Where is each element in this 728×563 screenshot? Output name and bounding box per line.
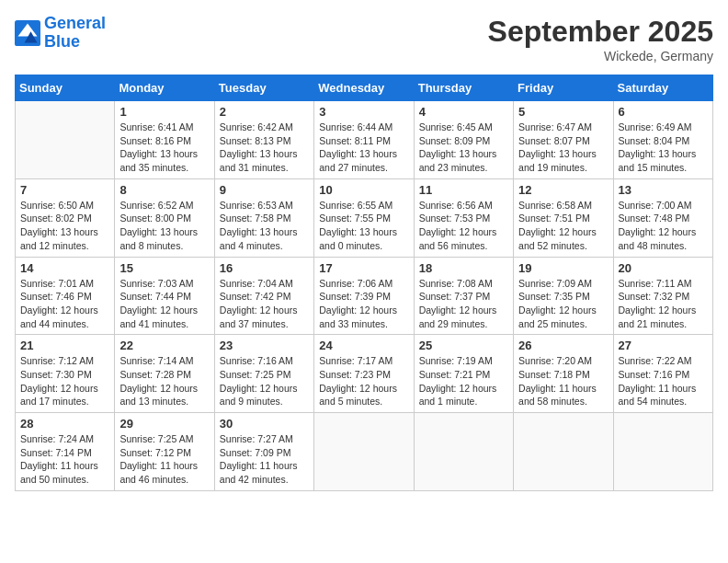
day-cell: 22Sunrise: 7:14 AM Sunset: 7:28 PM Dayli… xyxy=(115,335,214,413)
day-info: Sunrise: 7:19 AM Sunset: 7:21 PM Dayligh… xyxy=(419,354,508,408)
day-info: Sunrise: 7:24 AM Sunset: 7:14 PM Dayligh… xyxy=(20,432,109,487)
day-info: Sunrise: 7:16 AM Sunset: 7:25 PM Dayligh… xyxy=(220,354,309,408)
day-cell: 30Sunrise: 7:27 AM Sunset: 7:09 PM Dayli… xyxy=(214,413,313,491)
day-cell: 6Sunrise: 6:49 AM Sunset: 8:04 PM Daylig… xyxy=(613,101,712,179)
logo-line1: General xyxy=(44,14,106,32)
day-info: Sunrise: 7:17 AM Sunset: 7:23 PM Dayligh… xyxy=(319,354,408,408)
day-cell xyxy=(414,413,513,491)
day-number: 20 xyxy=(619,261,708,275)
logo: General Blue xyxy=(15,15,106,52)
day-info: Sunrise: 7:01 AM Sunset: 7:46 PM Dayligh… xyxy=(20,277,109,331)
day-info: Sunrise: 7:25 AM Sunset: 7:12 PM Dayligh… xyxy=(119,432,209,487)
day-cell: 9Sunrise: 6:53 AM Sunset: 7:58 PM Daylig… xyxy=(214,178,313,257)
day-number: 28 xyxy=(20,417,109,431)
day-cell: 24Sunrise: 7:17 AM Sunset: 7:23 PM Dayli… xyxy=(314,335,414,413)
week-row-1: 1Sunrise: 6:41 AM Sunset: 8:16 PM Daylig… xyxy=(16,101,713,179)
day-cell: 26Sunrise: 7:20 AM Sunset: 7:18 PM Dayli… xyxy=(514,335,613,413)
day-cell: 28Sunrise: 7:24 AM Sunset: 7:14 PM Dayli… xyxy=(16,413,115,491)
day-cell: 1Sunrise: 6:41 AM Sunset: 8:16 PM Daylig… xyxy=(115,101,214,179)
week-row-4: 21Sunrise: 7:12 AM Sunset: 7:30 PM Dayli… xyxy=(16,335,713,413)
day-info: Sunrise: 6:58 AM Sunset: 7:51 PM Dayligh… xyxy=(518,199,608,253)
col-header-sunday: Sunday xyxy=(16,75,115,101)
day-number: 27 xyxy=(619,339,708,352)
day-number: 25 xyxy=(419,339,508,352)
logo-text: General Blue xyxy=(44,15,106,52)
day-cell xyxy=(514,413,613,491)
day-cell: 19Sunrise: 7:09 AM Sunset: 7:35 PM Dayli… xyxy=(514,257,613,335)
day-cell xyxy=(613,413,712,491)
day-info: Sunrise: 6:41 AM Sunset: 8:16 PM Dayligh… xyxy=(119,121,209,175)
day-number: 30 xyxy=(220,417,309,431)
page-header: General Blue September 2025 Wickede, Ger… xyxy=(15,15,713,63)
week-row-3: 14Sunrise: 7:01 AM Sunset: 7:46 PM Dayli… xyxy=(16,257,713,335)
day-info: Sunrise: 7:11 AM Sunset: 7:32 PM Dayligh… xyxy=(619,277,708,331)
day-number: 10 xyxy=(319,183,408,197)
day-number: 29 xyxy=(119,417,209,431)
week-row-2: 7Sunrise: 6:50 AM Sunset: 8:02 PM Daylig… xyxy=(16,178,713,257)
day-cell: 27Sunrise: 7:22 AM Sunset: 7:16 PM Dayli… xyxy=(613,335,712,413)
day-number: 4 xyxy=(419,105,508,119)
day-cell: 3Sunrise: 6:44 AM Sunset: 8:11 PM Daylig… xyxy=(314,101,414,179)
day-cell: 5Sunrise: 6:47 AM Sunset: 8:07 PM Daylig… xyxy=(514,101,613,179)
day-number: 2 xyxy=(220,105,309,119)
week-row-5: 28Sunrise: 7:24 AM Sunset: 7:14 PM Dayli… xyxy=(16,413,713,491)
day-number: 17 xyxy=(319,261,408,275)
col-header-saturday: Saturday xyxy=(613,75,712,101)
day-info: Sunrise: 7:22 AM Sunset: 7:16 PM Dayligh… xyxy=(619,354,708,408)
logo-icon xyxy=(15,20,40,46)
day-cell: 15Sunrise: 7:03 AM Sunset: 7:44 PM Dayli… xyxy=(115,257,214,335)
day-info: Sunrise: 6:42 AM Sunset: 8:13 PM Dayligh… xyxy=(220,121,309,175)
day-number: 22 xyxy=(119,339,209,352)
day-cell: 8Sunrise: 6:52 AM Sunset: 8:00 PM Daylig… xyxy=(115,178,214,257)
day-number: 16 xyxy=(220,261,309,275)
day-info: Sunrise: 7:04 AM Sunset: 7:42 PM Dayligh… xyxy=(220,277,309,331)
day-info: Sunrise: 6:45 AM Sunset: 8:09 PM Dayligh… xyxy=(419,121,508,175)
day-info: Sunrise: 6:52 AM Sunset: 8:00 PM Dayligh… xyxy=(119,199,209,253)
day-info: Sunrise: 7:27 AM Sunset: 7:09 PM Dayligh… xyxy=(220,432,309,487)
day-info: Sunrise: 7:00 AM Sunset: 7:48 PM Dayligh… xyxy=(619,199,708,253)
day-cell: 18Sunrise: 7:08 AM Sunset: 7:37 PM Dayli… xyxy=(414,257,513,335)
day-cell: 11Sunrise: 6:56 AM Sunset: 7:53 PM Dayli… xyxy=(414,178,513,257)
day-cell: 17Sunrise: 7:06 AM Sunset: 7:39 PM Dayli… xyxy=(314,257,414,335)
title-block: September 2025 Wickede, Germany xyxy=(488,15,713,63)
day-number: 24 xyxy=(319,339,408,352)
day-number: 1 xyxy=(119,105,209,119)
day-info: Sunrise: 6:56 AM Sunset: 7:53 PM Dayligh… xyxy=(419,199,508,253)
day-info: Sunrise: 7:03 AM Sunset: 7:44 PM Dayligh… xyxy=(119,277,209,331)
day-cell: 7Sunrise: 6:50 AM Sunset: 8:02 PM Daylig… xyxy=(16,178,115,257)
day-number: 23 xyxy=(220,339,309,352)
day-number: 26 xyxy=(518,339,608,352)
location: Wickede, Germany xyxy=(488,49,713,63)
day-cell: 12Sunrise: 6:58 AM Sunset: 7:51 PM Dayli… xyxy=(514,178,613,257)
day-info: Sunrise: 6:55 AM Sunset: 7:55 PM Dayligh… xyxy=(319,199,408,253)
day-cell: 14Sunrise: 7:01 AM Sunset: 7:46 PM Dayli… xyxy=(16,257,115,335)
col-header-monday: Monday xyxy=(115,75,214,101)
header-row: SundayMondayTuesdayWednesdayThursdayFrid… xyxy=(16,75,713,101)
day-info: Sunrise: 7:14 AM Sunset: 7:28 PM Dayligh… xyxy=(119,354,209,408)
col-header-friday: Friday xyxy=(514,75,613,101)
day-info: Sunrise: 7:06 AM Sunset: 7:39 PM Dayligh… xyxy=(319,277,408,331)
day-cell: 21Sunrise: 7:12 AM Sunset: 7:30 PM Dayli… xyxy=(16,335,115,413)
day-cell: 20Sunrise: 7:11 AM Sunset: 7:32 PM Dayli… xyxy=(613,257,712,335)
month-title: September 2025 xyxy=(488,15,713,49)
day-number: 18 xyxy=(419,261,508,275)
day-info: Sunrise: 7:12 AM Sunset: 7:30 PM Dayligh… xyxy=(20,354,109,408)
day-number: 8 xyxy=(119,183,209,197)
calendar-table: SundayMondayTuesdayWednesdayThursdayFrid… xyxy=(15,75,713,491)
day-cell: 2Sunrise: 6:42 AM Sunset: 8:13 PM Daylig… xyxy=(214,101,313,179)
day-cell: 13Sunrise: 7:00 AM Sunset: 7:48 PM Dayli… xyxy=(613,178,712,257)
day-number: 6 xyxy=(619,105,708,119)
day-number: 19 xyxy=(518,261,608,275)
day-cell xyxy=(16,101,115,179)
day-number: 13 xyxy=(619,183,708,197)
day-number: 3 xyxy=(319,105,408,119)
day-number: 9 xyxy=(220,183,309,197)
day-cell xyxy=(314,413,414,491)
day-info: Sunrise: 6:50 AM Sunset: 8:02 PM Dayligh… xyxy=(20,199,109,253)
col-header-wednesday: Wednesday xyxy=(314,75,414,101)
day-cell: 29Sunrise: 7:25 AM Sunset: 7:12 PM Dayli… xyxy=(115,413,214,491)
day-cell: 23Sunrise: 7:16 AM Sunset: 7:25 PM Dayli… xyxy=(214,335,313,413)
day-number: 21 xyxy=(20,339,109,352)
day-info: Sunrise: 6:53 AM Sunset: 7:58 PM Dayligh… xyxy=(220,199,309,253)
col-header-tuesday: Tuesday xyxy=(214,75,313,101)
